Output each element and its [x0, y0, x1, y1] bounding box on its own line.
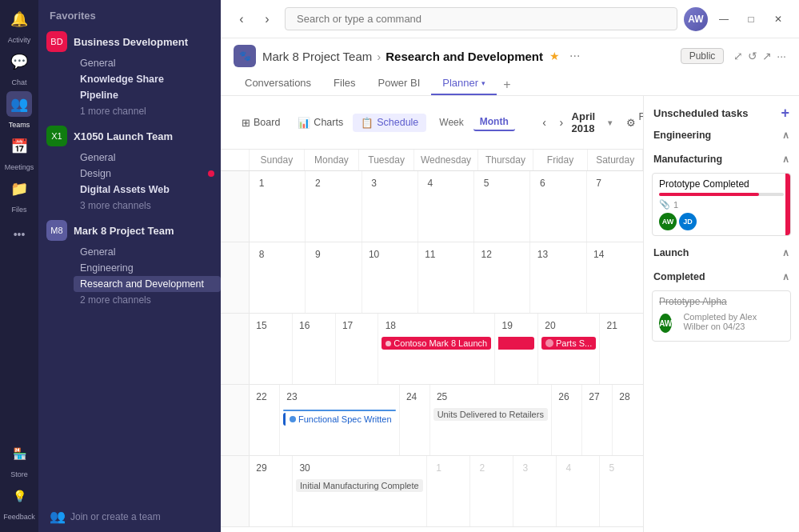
sidebar-chat[interactable]: 💬 Chat	[6, 49, 32, 86]
day-apr7[interactable]: 7	[587, 171, 643, 242]
manufacturing-section-header[interactable]: Manufacturing ∧	[644, 149, 799, 170]
day-apr11[interactable]: 11	[418, 242, 474, 313]
ellipsis-icon[interactable]: •••	[6, 222, 32, 247]
channel-mark8-more[interactable]: 2 more channels	[74, 292, 221, 308]
day-apr15[interactable]: 15	[250, 314, 293, 384]
day-apr21[interactable]: 21	[600, 314, 643, 384]
channel-x1050-digital[interactable]: Digital Assets Web	[74, 182, 221, 198]
day-apr20[interactable]: 20 Parts S...	[538, 314, 600, 384]
team-header-mark8[interactable]: M8 Mark 8 Project Team ···	[38, 217, 221, 244]
day-apr17[interactable]: 17	[336, 314, 379, 384]
event-contoso-cont[interactable]: ·	[498, 337, 534, 350]
day-apr10[interactable]: 10	[362, 242, 418, 313]
channel-bd-general[interactable]: General	[74, 55, 221, 71]
day-apr18[interactable]: 18 Contoso Mark 8 Launch	[378, 314, 495, 384]
sidebar-teams[interactable]: 👥 Teams	[6, 91, 32, 129]
filter-button[interactable]: ⚙ Filter (0) ▾	[618, 102, 643, 142]
activity-icon[interactable]: 🔔	[6, 6, 32, 32]
day-apr3[interactable]: 3	[362, 171, 418, 242]
channel-x1050-more[interactable]: 3 more channels	[74, 198, 221, 214]
day-may2[interactable]: 2	[470, 456, 513, 526]
prev-month-button[interactable]: ‹	[537, 113, 551, 132]
day-apr25[interactable]: 25 Units Delivered to Retailers	[430, 385, 552, 455]
refresh-icon[interactable]: ↺	[748, 50, 757, 62]
nav-back-button[interactable]: ‹	[230, 8, 253, 30]
charts-view-button[interactable]: 📊 Charts	[290, 114, 351, 132]
team-header-x1050[interactable]: X1 X1050 Launch Team ···	[38, 122, 221, 150]
event-parts-s[interactable]: Parts S...	[541, 337, 596, 350]
next-month-button[interactable]: ›	[554, 113, 568, 132]
tab-powerbi[interactable]: Power BI	[367, 72, 432, 95]
minimize-button[interactable]: —	[713, 8, 735, 30]
event-contoso-mark8[interactable]: Contoso Mark 8 Launch	[382, 337, 491, 350]
day-apr2[interactable]: 2	[306, 171, 362, 242]
prototype-completed-card[interactable]: Prototype Completed 📎 1 AW JD ···	[652, 173, 791, 236]
store-icon[interactable]: 🏪	[6, 441, 32, 466]
channel-bd-knowledge[interactable]: Knowledge Share	[74, 71, 221, 87]
add-task-button[interactable]: +	[781, 106, 789, 120]
meetings-icon[interactable]: 📅	[6, 134, 32, 159]
day-apr28[interactable]: 28	[613, 385, 643, 455]
day-apr4[interactable]: 4	[418, 171, 474, 242]
sidebar-meetings[interactable]: 📅 Meetings	[5, 134, 34, 171]
week-button[interactable]: Week	[433, 114, 469, 130]
sidebar-store[interactable]: 🏪 Store	[6, 441, 32, 478]
day-may4[interactable]: 4	[557, 456, 600, 526]
day-apr24[interactable]: 24	[400, 385, 430, 455]
channel-mark8-general[interactable]: General	[74, 244, 221, 260]
day-apr14[interactable]: 14	[587, 242, 643, 313]
join-team-btn[interactable]: 👥 Join or create a team	[38, 501, 221, 532]
tab-planner[interactable]: Planner ▾	[431, 72, 497, 95]
day-apr27[interactable]: 27	[582, 385, 613, 455]
board-view-button[interactable]: ⊞ Board	[234, 114, 288, 132]
sidebar-feedback[interactable]: 💡 Feedback	[3, 483, 35, 521]
day-apr26[interactable]: 26	[552, 385, 582, 455]
schedule-view-button[interactable]: 📋 Schedule	[353, 114, 426, 132]
day-may1[interactable]: 1	[427, 456, 470, 526]
day-apr8[interactable]: 8	[250, 242, 306, 313]
day-apr23[interactable]: 23 Functional Spec Written	[280, 385, 400, 455]
launch-section-header[interactable]: Launch ∧	[644, 242, 799, 263]
sidebar-activity[interactable]: 🔔 Activity	[6, 6, 32, 44]
day-apr19[interactable]: 19 ·	[495, 314, 538, 384]
tab-files[interactable]: Files	[322, 72, 366, 95]
close-button[interactable]: ✕	[767, 8, 789, 30]
day-apr6[interactable]: 6	[530, 171, 586, 242]
day-apr12[interactable]: 12	[474, 242, 530, 313]
tab-conversations[interactable]: Conversations	[234, 72, 322, 95]
more-actions-icon[interactable]: ···	[777, 50, 786, 62]
channel-bd-more[interactable]: 1 more channel	[74, 103, 221, 119]
files-icon[interactable]: 📁	[6, 176, 32, 202]
day-apr29[interactable]: 29	[250, 456, 293, 526]
channel-x1050-general[interactable]: General	[74, 150, 221, 166]
day-apr5[interactable]: 5	[474, 171, 530, 242]
event-units-delivered[interactable]: Units Delivered to Retailers	[433, 408, 548, 421]
day-apr30[interactable]: 30 Initial Manufacturing Complete	[293, 456, 427, 526]
month-button[interactable]: Month	[473, 114, 515, 131]
channel-bd-pipeline[interactable]: Pipeline	[74, 87, 221, 103]
channel-mark8-rd[interactable]: Research and Development	[74, 276, 221, 292]
day-may5[interactable]: 5	[600, 456, 643, 526]
event-functional-spec[interactable]: Functional Spec Written	[283, 413, 396, 426]
search-input[interactable]	[285, 7, 677, 30]
favorite-star-icon[interactable]: ★	[549, 50, 560, 62]
teams-icon[interactable]: 👥	[6, 91, 32, 117]
day-may3[interactable]: 3	[513, 456, 557, 526]
add-tab-button[interactable]: +	[497, 74, 517, 95]
user-avatar[interactable]: AW	[684, 7, 708, 31]
restore-button[interactable]: □	[740, 8, 762, 30]
channel-x1050-design[interactable]: Design	[74, 166, 221, 182]
day-apr22[interactable]: 22	[250, 385, 280, 455]
sidebar-files[interactable]: 📁 Files	[6, 176, 32, 214]
prototype-alpha-card[interactable]: Prototype Alpha AW Completed by Alex Wil…	[652, 290, 791, 342]
chat-icon[interactable]: 💬	[6, 49, 32, 74]
channel-more-button[interactable]: ···	[569, 49, 580, 63]
nav-forward-button[interactable]: ›	[256, 8, 278, 30]
event-initial-mfg[interactable]: Initial Manufacturing Complete	[296, 479, 423, 492]
day-apr9[interactable]: 9	[306, 242, 362, 313]
day-apr16[interactable]: 16	[293, 314, 336, 384]
team-header-bd[interactable]: BD 10 Business Development ···	[38, 28, 221, 55]
engineering-section-header[interactable]: Engineering ∧	[644, 125, 799, 146]
share-icon[interactable]: ↗	[762, 50, 772, 62]
feedback-icon[interactable]: 💡	[6, 483, 32, 509]
